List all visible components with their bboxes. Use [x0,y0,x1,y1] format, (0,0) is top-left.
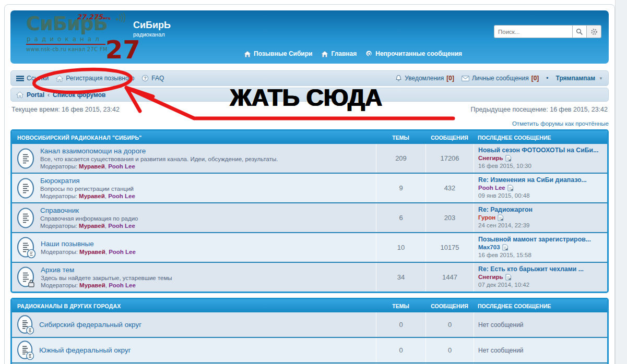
breadcrumb-portal-link[interactable]: Portal [27,91,44,99]
last-post-link[interactable]: Re: Изменения на СиБи диапазо... [478,176,603,184]
moderator-link[interactable]: Pooh Lee [108,223,135,229]
forum-moderators: Модераторы: Муравей, Pooh Lee [40,163,278,171]
last-post-link[interactable]: Позывной мамонт зарегистриров... [478,236,603,244]
last-post-date: 16 фев 2015, 10:30 [478,162,603,170]
mark-forums-read-link[interactable]: Отметить форумы как прочтённые [512,120,609,127]
search-options-button[interactable] [587,25,601,38]
search-box [494,25,601,38]
forum-with-subforum-icon [17,236,36,259]
bell-icon [395,75,402,82]
last-visit-text: Предыдущее посещение: 16 фев 2015, 23:42 [470,106,608,113]
goto-post-icon[interactable] [498,214,504,221]
topics-count: 10 [376,233,425,262]
user-menu[interactable]: Трямпампам ▼ [556,75,603,82]
search-button[interactable] [572,25,587,38]
goto-post-icon[interactable] [505,274,512,281]
forum-link[interactable]: Архив тем [41,266,74,274]
house-icon [244,51,251,57]
posts-count: 1447 [425,263,474,292]
last-post-date: 07 дек 2014, 10:42 [478,281,603,289]
forum-moderators: Модераторы: Муравей, Pooh Lee [40,222,138,230]
posts-count: 10175 [425,233,474,262]
forum-link[interactable]: Южный федеральный округ [39,346,131,355]
posts-count: 0 [425,312,474,337]
posts-count: 203 [425,203,474,232]
current-time-text: Текущее время: 16 фев 2015, 23:42 [11,106,120,113]
house-icon [56,75,63,82]
nav-unread-link[interactable]: Q Непрочитанные сообщения [365,50,462,57]
forum-moderators: Модераторы: Муравей, Pooh Lee [41,282,172,289]
moderator-link[interactable]: Муравей [79,282,105,288]
mark-read-row: Отметить форумы как прочтённые [10,120,609,127]
forum-row: Наши позывные Модераторы: Муравей, Pooh … [12,232,607,262]
question-icon: ? [141,75,149,82]
faq-link[interactable]: ? FAQ [141,75,164,82]
forum-row: Бюрократия Вопросы по регистрации станци… [12,173,607,202]
forum-category-other-cities: РАДИОКАНАЛЫ В ДРУГИХ ГОРОДАХ ТЕМЫ СООБЩЕ… [10,298,609,364]
antenna-waves-icon [115,12,128,22]
topics-count: 0 [376,312,425,337]
last-post-author[interactable]: Max703 [478,244,500,251]
moderator-link[interactable]: Муравей [79,163,105,169]
forum-link[interactable]: Сибирский федеральный округ [39,320,141,329]
forum-link[interactable]: Справочник [40,207,79,214]
logo-frequency: 27.275мгц [77,13,111,21]
logo-channel-number: 27 [105,37,140,62]
column-topics: ТЕМЫ [376,135,425,141]
goto-post-icon[interactable] [505,155,512,162]
goto-post-icon[interactable] [502,244,508,251]
pm-count: [0] [531,75,539,82]
moderator-link[interactable]: Муравей [79,249,105,255]
moderator-link[interactable]: Муравей [79,193,105,199]
forum-link[interactable]: Наши позывные [41,240,94,248]
forum-category-novosibirsk: НОВОСИБИРСКИЙ РАДИОКАНАЛ "СИБИРЬ" ТЕМЫ С… [10,129,609,293]
goto-post-icon[interactable] [507,185,514,191]
links-menu-button[interactable]: Ссылки [16,75,49,82]
callsign-registration-link[interactable]: Регистрация позывного [56,75,134,82]
separator-bullet: • [546,75,548,82]
forum-row: Южный федеральный округ 0 0 Нет сообщени… [12,337,607,362]
last-post-link[interactable]: Re: Радиожаргон [478,206,603,214]
search-icon [576,28,583,35]
menu-icon [16,76,24,81]
breadcrumb-forum-list-link[interactable]: Список форумов [53,91,105,99]
house-icon [321,51,328,57]
svg-text:?: ? [144,76,147,81]
column-last-post: ПОСЛЕДНЕЕ СООБЩЕНИЕ [474,135,607,141]
column-last-post: ПОСЛЕДНЕЕ СООБЩЕНИЕ [474,303,607,309]
unread-messages-icon: Q [365,50,373,57]
last-post-author[interactable]: Снегирь [478,154,503,162]
last-post-author[interactable]: Снегирь [478,273,503,281]
logo-subtitle: радиоканал [26,33,105,45]
posts-count: 17206 [425,144,474,173]
last-post-author[interactable]: Гурон [478,214,495,222]
last-post-date: 09 янв 2015, 00:48 [478,192,603,200]
column-posts: СООБЩЕНИЯ [425,135,474,141]
moderator-link[interactable]: Pooh Lee [108,163,135,169]
forum-description: Справочная информация по радио [40,215,138,222]
nav-home-link[interactable]: Главная [321,50,357,57]
last-post-link[interactable]: Re: Есть кто барыжит чехлами ... [478,265,603,273]
column-topics: ТЕМЫ [376,303,425,309]
last-post-link[interactable]: Новый сезон ФОТООХОТЫ на СиБи... [478,147,603,154]
last-post-author[interactable]: Pooh Lee [478,184,505,192]
notifications-link[interactable]: Уведомления [0] [395,75,454,82]
posts-count: 0 [425,338,474,362]
moderator-link[interactable]: Pooh Lee [108,193,135,199]
topics-count: 34 [376,263,425,292]
moderator-link[interactable]: Pooh Lee [109,249,136,255]
scrollbar-track[interactable] [615,0,627,364]
site-title: СиБирЬ [133,20,171,31]
page-container: СиБирЬ 27.275мгц радиоканал www.nsk-cb.r… [4,4,615,364]
last-post-cell: Re: Радиожаргон Гурон 24 сен 2014, 22:39 [474,203,607,232]
private-messages-link[interactable]: Личные сообщения [0] [462,75,539,82]
nav-callsigns-link[interactable]: Позывные Сибири [244,50,312,57]
notifications-count: [0] [446,75,454,82]
search-input[interactable] [494,25,572,38]
forum-link[interactable]: Бюрократия [40,177,80,185]
moderator-link[interactable]: Pooh Lee [109,282,136,288]
moderator-link[interactable]: Муравей [79,223,105,229]
posts-count: 432 [425,174,474,202]
forum-link[interactable]: Канал взаимопомощи на дороге [40,147,146,155]
site-logo[interactable]: СиБирЬ 27.275мгц радиоканал www.nsk-cb.r… [26,14,141,62]
